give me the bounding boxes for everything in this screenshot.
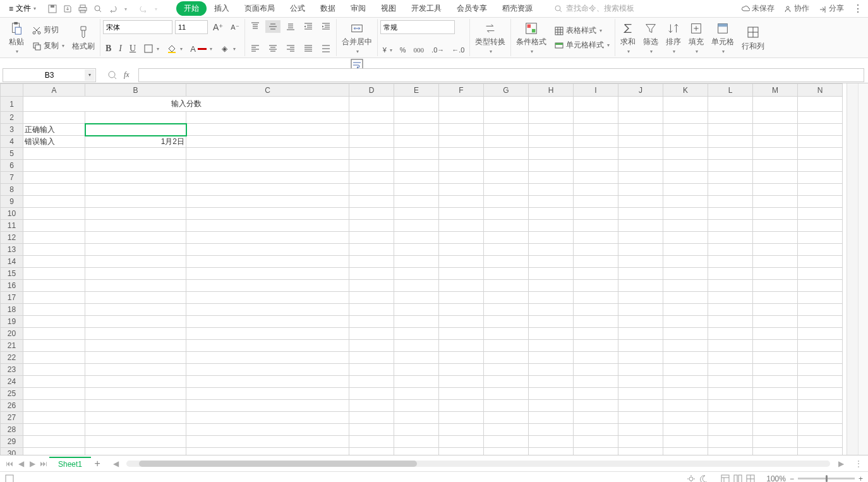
cell-L22[interactable] xyxy=(708,352,753,364)
redo-icon[interactable] xyxy=(138,4,148,14)
side-panel[interactable] xyxy=(858,83,868,455)
cell-L27[interactable] xyxy=(708,412,753,424)
cell-C8[interactable] xyxy=(186,184,349,196)
cell-C29[interactable] xyxy=(186,436,349,448)
cell-G6[interactable] xyxy=(484,160,529,172)
cell-N5[interactable] xyxy=(798,148,843,160)
cell-N4[interactable] xyxy=(798,136,843,148)
cell-A3[interactable]: 正确输入 xyxy=(23,124,85,136)
cell-N16[interactable] xyxy=(798,280,843,292)
cell-L20[interactable] xyxy=(708,328,753,340)
collab-button[interactable]: 协作 xyxy=(783,3,809,14)
cell-M26[interactable] xyxy=(753,400,798,412)
hscroll-left[interactable]: ◀ xyxy=(110,459,121,468)
row-header-17[interactable]: 17 xyxy=(1,292,23,304)
cell-E8[interactable] xyxy=(394,184,439,196)
cell-C21[interactable] xyxy=(186,340,349,352)
cell-C26[interactable] xyxy=(186,400,349,412)
row-header-10[interactable]: 10 xyxy=(1,208,23,220)
col-header-C[interactable]: C xyxy=(186,84,349,97)
cell-M7[interactable] xyxy=(753,172,798,184)
row-header-13[interactable]: 13 xyxy=(1,244,23,256)
cell-D20[interactable] xyxy=(349,328,394,340)
cell-C24[interactable] xyxy=(186,376,349,388)
row-header-14[interactable]: 14 xyxy=(1,256,23,268)
font-size-select[interactable] xyxy=(175,20,208,34)
col-header-G[interactable]: G xyxy=(484,84,529,97)
cell-C22[interactable] xyxy=(186,352,349,364)
cell-C18[interactable] xyxy=(186,304,349,316)
cell-B3[interactable] xyxy=(85,124,186,136)
row-header-26[interactable]: 26 xyxy=(1,400,23,412)
cell-D24[interactable] xyxy=(349,376,394,388)
cell-L5[interactable] xyxy=(708,148,753,160)
cell-E19[interactable] xyxy=(394,316,439,328)
cell-L1[interactable] xyxy=(708,97,753,112)
cell-G10[interactable] xyxy=(484,208,529,220)
col-header-F[interactable]: F xyxy=(439,84,484,97)
cell-H17[interactable] xyxy=(529,292,574,304)
cell-K17[interactable] xyxy=(663,292,708,304)
underline-button[interactable]: U xyxy=(127,42,138,55)
cell-K22[interactable] xyxy=(663,352,708,364)
cell-F27[interactable] xyxy=(439,412,484,424)
cell-A30[interactable] xyxy=(23,448,85,455)
cell-G16[interactable] xyxy=(484,280,529,292)
file-menu[interactable]: ≡ 文件 ▾ xyxy=(5,2,40,15)
cell-M8[interactable] xyxy=(753,184,798,196)
cell-style-button[interactable]: 单元格样式 xyxy=(552,39,612,52)
cell-H13[interactable] xyxy=(529,244,574,256)
cell-I10[interactable] xyxy=(574,208,618,220)
cell-M16[interactable] xyxy=(753,280,798,292)
row-header-5[interactable]: 5 xyxy=(1,148,23,160)
cell-L26[interactable] xyxy=(708,400,753,412)
paste-button[interactable]: 粘贴 xyxy=(6,20,27,56)
export-icon[interactable] xyxy=(63,4,73,14)
cell-G3[interactable] xyxy=(484,124,529,136)
cell-H2[interactable] xyxy=(529,112,574,124)
cell-F14[interactable] xyxy=(439,256,484,268)
tab-devtools[interactable]: 开发工具 xyxy=(404,1,449,16)
cell-B15[interactable] xyxy=(85,268,186,280)
cell-H4[interactable] xyxy=(529,136,574,148)
row-header-7[interactable]: 7 xyxy=(1,172,23,184)
cell-N1[interactable] xyxy=(798,97,843,112)
cell-B30[interactable] xyxy=(85,448,186,455)
col-header-E[interactable]: E xyxy=(394,84,439,97)
cell-J27[interactable] xyxy=(618,412,663,424)
cell-G1[interactable] xyxy=(484,97,529,112)
cell-E2[interactable] xyxy=(394,112,439,124)
tab-review[interactable]: 审阅 xyxy=(343,1,373,16)
cell-E18[interactable] xyxy=(394,304,439,316)
cell-E21[interactable] xyxy=(394,340,439,352)
cell-D10[interactable] xyxy=(349,208,394,220)
col-header-B[interactable]: B xyxy=(85,84,186,97)
cell-N20[interactable] xyxy=(798,328,843,340)
sheet-nav-first[interactable]: ⏮ xyxy=(4,459,15,468)
cell-M29[interactable] xyxy=(753,436,798,448)
cell-B20[interactable] xyxy=(85,328,186,340)
cell-M10[interactable] xyxy=(753,208,798,220)
cell-H26[interactable] xyxy=(529,400,574,412)
row-header-8[interactable]: 8 xyxy=(1,184,23,196)
tab-resources[interactable]: 稻壳资源 xyxy=(495,1,540,16)
cell-E27[interactable] xyxy=(394,412,439,424)
cell-I5[interactable] xyxy=(574,148,618,160)
cell-N23[interactable] xyxy=(798,364,843,376)
format-painter-button[interactable]: 格式刷 xyxy=(69,20,97,56)
rowscols-button[interactable]: 行和列 xyxy=(739,20,767,56)
cell-G29[interactable] xyxy=(484,436,529,448)
cell-J19[interactable] xyxy=(618,316,663,328)
col-header-D[interactable]: D xyxy=(349,84,394,97)
cell-K4[interactable] xyxy=(663,136,708,148)
cell-H11[interactable] xyxy=(529,220,574,232)
cell-G25[interactable] xyxy=(484,388,529,400)
cell-G12[interactable] xyxy=(484,232,529,244)
cell-H10[interactable] xyxy=(529,208,574,220)
cell-G26[interactable] xyxy=(484,400,529,412)
zoom-label[interactable]: 100% xyxy=(766,474,786,483)
cell-E24[interactable] xyxy=(394,376,439,388)
cell-B13[interactable] xyxy=(85,244,186,256)
cell-L16[interactable] xyxy=(708,280,753,292)
cell-I23[interactable] xyxy=(574,364,618,376)
